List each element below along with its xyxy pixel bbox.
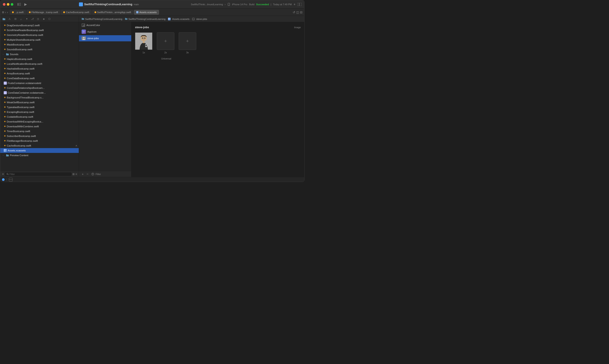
list-item[interactable]: ✦ CodableBootcamp.swift [0,114,79,119]
list-item[interactable]: ✦ DragGestureBootcamp2.swift [0,23,79,28]
panel-toggle-icon[interactable] [297,3,302,6]
list-item[interactable]: ✦ BackgroundThreadBootcamp.s... [0,95,79,100]
list-item[interactable]: CoreDataContainer.xcdatamode... [0,90,79,95]
swift-file-icon: ✦ [4,125,6,128]
assets-xcassets-item[interactable]: Assets.xcassets [0,148,79,153]
refresh-icon[interactable]: ↺ [293,11,295,14]
asset-content: AccentColor AppIcon [79,22,304,177]
hierarchy-button[interactable]: ≡ [76,173,77,176]
warning-icon-btn[interactable]: ⚠ [7,17,12,21]
vcs-icon-btn[interactable]: ⬡ [47,17,52,21]
add-button[interactable]: + [294,2,296,6]
svg-line-10 [8,175,9,175]
svg-rect-8 [299,3,302,6]
tab-0[interactable]: ...p.swift [10,10,26,15]
tab-label-0: ...p.swift [15,11,23,13]
asset-item-accentcolor[interactable]: AccentColor [79,22,131,28]
list-item[interactable]: ✦ FileManagerBootcamp.swift [0,139,79,143]
list-item[interactable]: ✦ GeometryReaderBootcamp.swift [0,33,79,38]
image-slot-box-1x[interactable] [135,32,153,50]
file-name: ArrayBootcamp.swift [7,72,30,75]
list-item[interactable]: ✦ CoreDataBootcamp.swift [0,76,79,81]
panel-split-icon[interactable]: ⊟ [300,11,302,14]
image-slot-2x[interactable]: + 2x [157,32,174,54]
list-item[interactable]: ✦ CoreDataRelationshipsBootcam... [0,86,79,90]
file-sidebar: ⚠ ⊟ ⌕ ✦ ⎇ ◷ ◈ ⬡ ✦ DragGestureBootcamp2.s… [0,16,79,177]
list-item[interactable]: ✦ TimerBootcamp.swift [0,129,79,134]
bookmark-icon-btn[interactable]: ✦ [24,17,29,21]
steve-jobs-thumbnail [82,37,86,40]
image-slot-box-3x[interactable]: + [179,32,196,50]
list-item[interactable]: ✦ SubscriberBootcamp.swift [0,134,79,139]
back-button[interactable]: ‹ [5,11,6,14]
asset-item-appicon[interactable]: AppIcon [79,28,131,35]
list-item[interactable]: ✦ MultipleSheetsBootcamp.swift [0,38,79,42]
filter-button[interactable] [91,173,94,176]
swift-tab-dot-1 [29,11,31,13]
breadcrumb-image-icon [192,18,195,20]
status-layout-icon[interactable] [9,178,13,182]
list-item[interactable]: ✦ LocalNotificationBootcamp.swift [0,62,79,66]
forward-button[interactable]: › [7,11,8,14]
swift-file-icon: ✦ [4,48,6,51]
history-icon-btn[interactable]: ◷ [36,17,40,21]
breadcrumb-item-2[interactable]: Assets.xcassets [172,18,189,20]
list-item[interactable]: ✦ DownloadWithEscapingBootca... [0,119,79,124]
breadcrumb-icon-1 [125,18,128,20]
minimize-button[interactable] [7,3,9,6]
location-icon-btn[interactable]: ◈ [41,17,46,21]
file-name: CoreDataBootcamp.swift [7,77,35,80]
close-button[interactable] [3,3,5,6]
show-recent-button[interactable]: ⊞ [72,173,75,176]
asset-item-steve-jobs[interactable]: steve-jobs [79,35,131,41]
file-name: DragGestureBootcamp2.swift [7,24,39,27]
breadcrumb-item-0[interactable]: SwiftfulThinkingContinuedLearning [85,18,122,20]
diff-icon[interactable]: ◫ [296,11,299,14]
tab-1[interactable]: FileManage...tcamp.swift [26,10,61,15]
maximize-button[interactable] [11,3,13,6]
swift-file-icon: ✦ [4,77,6,80]
list-item[interactable]: ✦ SoundsBootcamp.swift [0,47,79,52]
sounds-folder[interactable]: › Sounds [0,52,79,57]
list-item[interactable]: ✦ ArrayBootcamp.swift [0,71,79,76]
tab-3[interactable]: SwiftfulThinkin...arningApp.swift [92,10,133,15]
list-item[interactable]: FruitsContainer.xcdatamodeld [0,81,79,86]
filter-icon-btn[interactable]: ⊟ [13,17,18,21]
list-item[interactable]: ✦ WeakSelfBootcamp.swift [0,100,79,105]
preview-content-folder[interactable]: › Preview Content [0,153,79,158]
remove-asset-button[interactable]: − [86,172,90,176]
list-item[interactable]: ✦ MaskBootcamp.swift [0,42,79,47]
list-item[interactable]: ✦ ScrollViewReaderBootcamp.swift [0,28,79,33]
list-item[interactable]: ✦ TypealiasBootcamp.swift [0,105,79,110]
branch-icon-btn[interactable]: ⎇ [30,17,35,21]
add-asset-button[interactable]: + [81,172,85,176]
swift-file-icon: ✦ [4,96,6,99]
tab-assets[interactable]: Assets.xcassets [134,10,159,15]
list-item[interactable]: ✦ CacheBootcamp.swift A [0,143,79,148]
list-item[interactable]: ✦ HapticsBootcamp.swift [0,57,79,62]
image-slot-1x[interactable]: 1x [135,32,153,54]
list-item[interactable]: ✦ HashableBootcamp.swift [0,66,79,71]
image-slot-box-2x[interactable]: + [157,32,174,50]
list-item[interactable]: ✦ EscapingBootcamp.swift [0,110,79,114]
swift-file-icon: ✦ [4,43,6,46]
list-item[interactable]: ✦ DownloadWithCombine.swift [0,124,79,129]
image-editor-main: steve-jobs Image [131,22,304,177]
add-file-button[interactable]: + [2,172,4,176]
folder-icon [6,154,9,157]
tab-2[interactable]: CacheBootcamp.swift [61,10,91,15]
chevron-right-icon: › [225,3,226,6]
run-button[interactable]: ▶ [24,2,27,6]
grid-view-icon[interactable]: ⊞ [2,11,4,14]
svg-rect-1 [19,3,21,3]
titlebar-center: SwiftfulThinkingContinuedLearning main [29,2,189,6]
folder-icon-btn[interactable] [1,17,6,21]
image-slot-3x[interactable]: + 3x [179,32,196,54]
breadcrumb-item-1[interactable]: SwiftfulThinkingContinuedLearning [129,18,166,20]
breadcrumb-item-3[interactable]: steve-jobs [196,18,207,20]
titlebar: ▶ SwiftfulThinkingContinuedLearning main… [0,0,304,9]
sidebar-toggle-button[interactable] [17,3,22,6]
file-name: LocalNotificationBootcamp.swift [7,63,42,65]
search-icon-btn[interactable]: ⌕ [19,17,23,21]
filter-search-icon [7,173,9,175]
